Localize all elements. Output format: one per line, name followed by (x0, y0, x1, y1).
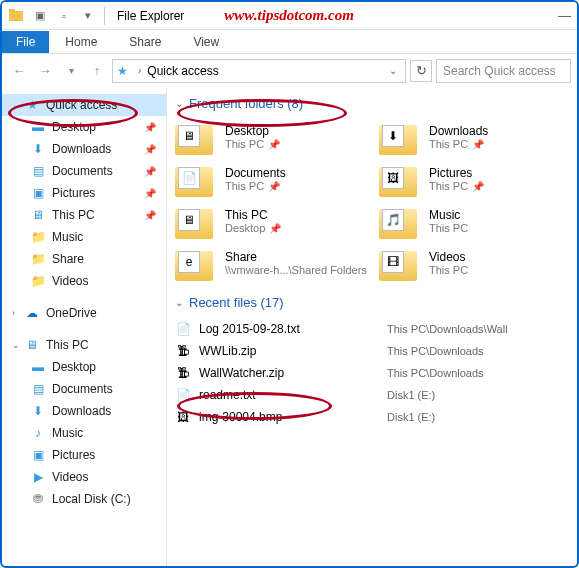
folder-location: This PC (429, 222, 468, 234)
pin-icon: 📌 (144, 188, 156, 199)
file-row[interactable]: 🖼img-30004.bmpDisk1 (E:) (175, 406, 573, 428)
folder-large-icon: 📄 (175, 161, 217, 197)
sidebar-onedrive[interactable]: ›☁OneDrive (2, 302, 166, 324)
folder-large-icon: 🖥 (175, 119, 217, 155)
file-path: Disk1 (E:) (387, 389, 435, 401)
pin-icon: 📌 (144, 166, 156, 177)
folder-icon: 📁 (30, 273, 46, 289)
sidebar-pc-downloads[interactable]: ⬇Downloads (2, 400, 166, 422)
folder-icon: 📁 (30, 229, 46, 245)
nav-forward-button[interactable]: → (34, 60, 56, 82)
sidebar-pc-videos[interactable]: ▶Videos (2, 466, 166, 488)
search-placeholder: Search Quick access (443, 64, 556, 78)
sidebar-pc-localdisk[interactable]: ⛃Local Disk (C:) (2, 488, 166, 510)
desktop-icon: ▬ (30, 359, 46, 375)
documents-icon: ▤ (30, 163, 46, 179)
sidebar-pc-music[interactable]: ♪Music (2, 422, 166, 444)
twisty-icon[interactable]: ⌄ (12, 100, 24, 110)
folder-item[interactable]: 🖥This PCDesktop📌 (175, 203, 369, 239)
search-input[interactable]: Search Quick access (436, 59, 571, 83)
sidebar-item-desktop[interactable]: ▬Desktop📌 (2, 116, 166, 138)
qat-dropdown-icon[interactable]: ▾ (78, 6, 98, 26)
chevron-down-icon[interactable]: ⌄ (175, 98, 183, 109)
recent-files-header[interactable]: ⌄ Recent files (17) (175, 295, 284, 310)
chevron-right-icon: › (138, 65, 141, 76)
file-path: This PC\Downloads (387, 345, 484, 357)
window-title: File Explorer (117, 9, 184, 23)
qat-properties-icon[interactable]: ▣ (30, 6, 50, 26)
tab-share[interactable]: Share (113, 31, 177, 53)
qat-new-folder-icon[interactable]: ▫ (54, 6, 74, 26)
folder-location: \\vmware-h...\Shared Folders (225, 264, 367, 276)
title-bar: ▣ ▫ ▾ File Explorer www.tipsdotcom.com — (2, 2, 577, 30)
file-row[interactable]: 📄readme.txtDisk1 (E:) (175, 384, 573, 406)
svg-rect-0 (9, 11, 23, 21)
twisty-icon[interactable]: › (12, 308, 24, 318)
sidebar-item-music[interactable]: 📁Music (2, 226, 166, 248)
folder-item[interactable]: 📄DocumentsThis PC📌 (175, 161, 369, 197)
file-row[interactable]: 📄Log 2015-09-28.txtThis PC\Downloads\Wal… (175, 318, 573, 340)
refresh-button[interactable]: ↻ (410, 60, 432, 82)
folder-name: Videos (429, 250, 468, 264)
folder-item[interactable]: 🖼PicturesThis PC📌 (379, 161, 573, 197)
file-name: img-30004.bmp (199, 410, 379, 424)
file-row[interactable]: 🗜WWLib.zipThis PC\Downloads (175, 340, 573, 362)
sidebar-pc-desktop[interactable]: ▬Desktop (2, 356, 166, 378)
ribbon-tabs: File Home Share View (2, 30, 577, 54)
folder-large-icon: ⬇ (379, 119, 421, 155)
system-icon (8, 8, 24, 24)
file-name: WallWatcher.zip (199, 366, 379, 380)
address-row: ← → ▾ ↑ ★ › Quick access ⌄ ↻ Search Quic… (2, 54, 577, 88)
sidebar-item-videos[interactable]: 📁Videos (2, 270, 166, 292)
folder-item[interactable]: 🎞VideosThis PC (379, 245, 573, 281)
window-controls: — (558, 8, 571, 23)
folder-name: Music (429, 208, 468, 222)
file-icon: 🗜 (175, 343, 191, 359)
sidebar-pc-documents[interactable]: ▤Documents (2, 378, 166, 400)
sidebar-item-pictures[interactable]: ▣Pictures📌 (2, 182, 166, 204)
sidebar-pc-pictures[interactable]: ▣Pictures (2, 444, 166, 466)
minimize-button[interactable]: — (558, 8, 571, 23)
file-icon: 🗜 (175, 365, 191, 381)
pin-icon: 📌 (268, 181, 280, 192)
file-path: Disk1 (E:) (387, 411, 435, 423)
sidebar-quick-access[interactable]: ⌄ ★ Quick access (2, 94, 166, 116)
file-tab[interactable]: File (2, 31, 49, 53)
folder-item[interactable]: ⬇DownloadsThis PC📌 (379, 119, 573, 155)
desktop-icon: ▬ (30, 119, 46, 135)
pin-icon: 📌 (144, 122, 156, 133)
folder-location: This PC📌 (225, 180, 286, 192)
folder-name: Documents (225, 166, 286, 180)
address-location: Quick access (147, 64, 218, 78)
svg-rect-1 (9, 9, 15, 12)
pin-icon: 📌 (472, 181, 484, 192)
tab-home[interactable]: Home (49, 31, 113, 53)
tab-view[interactable]: View (177, 31, 235, 53)
chevron-down-icon[interactable]: ⌄ (175, 297, 183, 308)
sidebar-this-pc[interactable]: ⌄🖥This PC (2, 334, 166, 356)
twisty-icon[interactable]: ⌄ (12, 340, 24, 350)
videos-icon: ▶ (30, 469, 46, 485)
address-bar[interactable]: ★ › Quick access ⌄ (112, 59, 406, 83)
folder-item[interactable]: 🎵MusicThis PC (379, 203, 573, 239)
nav-recent-button[interactable]: ▾ (60, 60, 82, 82)
pin-icon: 📌 (472, 139, 484, 150)
downloads-icon: ⬇ (30, 403, 46, 419)
folder-item[interactable]: 🖥DesktopThis PC📌 (175, 119, 369, 155)
nav-back-button[interactable]: ← (8, 60, 30, 82)
sidebar-item-share[interactable]: 📁Share (2, 248, 166, 270)
frequent-folders-header[interactable]: ⌄ Frequent folders (8) (175, 96, 303, 111)
file-icon: 📄 (175, 321, 191, 337)
content-pane: ⌄ Frequent folders (8) 🖥DesktopThis PC📌⬇… (167, 88, 577, 566)
frequent-folders-grid: 🖥DesktopThis PC📌⬇DownloadsThis PC📌📄Docum… (175, 119, 573, 281)
sidebar-item-documents[interactable]: ▤Documents📌 (2, 160, 166, 182)
recent-files-list: 📄Log 2015-09-28.txtThis PC\Downloads\Wal… (175, 318, 573, 428)
file-row[interactable]: 🗜WallWatcher.zipThis PC\Downloads (175, 362, 573, 384)
address-dropdown-icon[interactable]: ⌄ (389, 65, 397, 76)
sidebar-item-thispc[interactable]: 🖥This PC📌 (2, 204, 166, 226)
folder-large-icon: 🎵 (379, 203, 421, 239)
sidebar-item-downloads[interactable]: ⬇Downloads📌 (2, 138, 166, 160)
nav-up-button[interactable]: ↑ (86, 60, 108, 82)
folder-item[interactable]: eShare\\vmware-h...\Shared Folders (175, 245, 369, 281)
sidebar-label: Quick access (46, 98, 117, 112)
